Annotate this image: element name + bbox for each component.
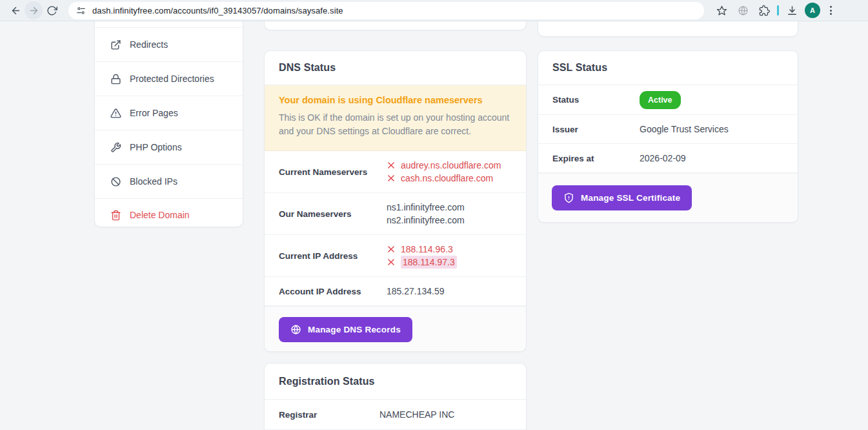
x-mark-icon [387,174,396,183]
current-ip-value: 188.114.96.3 188.114.97.3 [387,243,457,269]
manage-ssl-certificate-button[interactable]: Manage SSL Certificate [552,185,692,210]
browser-menu-icon[interactable] [825,3,837,17]
ssl-card-header: SSL Status [538,51,798,85]
ssl-status-card: SSL Status Status Active Issuer Google T… [538,50,798,223]
account-ip-value: 185.27.134.59 [387,285,445,298]
current-nameservers-value: audrey.ns.cloudflare.com cash.ns.cloudfl… [387,159,501,185]
ip-value-highlighted: 188.114.97.3 [401,256,457,269]
bookmark-star-icon[interactable] [713,2,730,19]
dns-warning-title: Your domain is using Cloudflare nameserv… [279,95,510,105]
ssl-card-footer: Manage SSL Certificate [538,173,798,222]
row-label: Current Nameservers [279,167,367,177]
current-ip-row: Current IP Address 188.114.96.3 188.114.… [265,235,526,277]
row-label: Status [552,95,579,105]
sidebar-item-redirects[interactable]: Redirects [95,28,243,62]
sidebar-item-label: Error Pages [130,108,178,118]
domain-sidebar: Redirects Protected Directories Error Pa… [94,21,243,227]
globe-icon [290,324,301,335]
trash-icon [110,210,121,221]
sidebar-item-label: Redirects [130,39,168,50]
warning-triangle-icon [110,108,121,119]
registrar-row: Registrar NAMECHEAP INC [265,400,526,430]
our-nameservers-row: Our Nameservers ns1.infinityfree.com ns2… [265,193,526,235]
nameserver-value: ns2.infinityfree.com [387,214,465,227]
sidebar-item-blocked-ips[interactable]: Blocked IPs [95,165,243,199]
partial-card-right [538,21,798,37]
status-badge: Active [640,91,681,109]
globe-extension-icon[interactable] [734,2,751,19]
button-label: Manage SSL Certificate [581,193,680,203]
caret-indicator [777,5,779,15]
sidebar-item-label: PHP Options [130,142,182,152]
external-link-icon [110,39,121,50]
x-mark-icon [387,258,396,267]
browser-reload-button[interactable] [43,1,61,19]
shield-icon [563,192,574,203]
row-label: Our Nameservers [279,209,352,219]
sidebar-clipped-row [95,21,243,28]
profile-avatar[interactable]: A [805,3,820,18]
registration-card-title: Registration Status [279,376,375,387]
dns-card-header: DNS Status [265,51,526,85]
sidebar-item-label: Blocked IPs [130,176,177,187]
registrar-value: NAMECHEAP INC [379,408,454,421]
x-mark-icon [387,245,396,254]
partial-card-left [264,21,527,30]
current-nameservers-row: Current Nameservers audrey.ns.cloudflare… [265,151,526,193]
ssl-issuer-value: Google Trust Services [640,123,729,136]
lock-icon [110,74,121,85]
sidebar-item-delete-domain[interactable]: Delete Domain [95,199,243,227]
browser-forward-button[interactable] [25,1,43,19]
sidebar-item-error-pages[interactable]: Error Pages [95,96,243,130]
dns-warning-alert: Your domain is using Cloudflare nameserv… [265,85,526,151]
dns-warning-body: This is OK if the domain is set up on yo… [279,111,510,138]
x-mark-icon [387,161,396,170]
page-content: Redirects Protected Directories Error Pa… [0,21,868,430]
manage-dns-records-button[interactable]: Manage DNS Records [279,317,412,342]
ssl-issuer-row: Issuer Google Trust Services [538,115,798,144]
dns-status-card: DNS Status Your domain is using Cloudfla… [264,50,527,352]
row-label: Issuer [552,125,578,134]
site-settings-icon[interactable] [76,6,86,15]
button-label: Manage DNS Records [308,325,401,334]
nameserver-value: cash.ns.cloudflare.com [401,172,493,185]
dns-card-footer: Manage DNS Records [265,306,526,351]
row-label: Account IP Address [279,287,361,296]
row-label: Expires at [552,154,594,163]
sidebar-item-label: Protected Directories [130,74,214,84]
sidebar-item-php-options[interactable]: PHP Options [95,130,243,165]
extensions-puzzle-icon[interactable] [756,2,772,19]
downloads-icon[interactable] [783,2,800,19]
row-label: Registrar [279,410,317,420]
ip-value: 188.114.96.3 [401,243,453,256]
blocked-circle-icon [110,176,121,187]
sidebar-item-protected-directories[interactable]: Protected Directories [95,62,243,96]
nameserver-value: audrey.ns.cloudflare.com [401,159,501,172]
browser-toolbar: dash.infinityfree.com/accounts/if0_39143… [0,0,868,21]
ssl-card-title: SSL Status [552,62,607,74]
our-nameservers-value: ns1.infinityfree.com ns2.infinityfree.co… [387,201,465,227]
url-text[interactable]: dash.infinityfree.com/accounts/if0_39143… [92,6,343,15]
ssl-status-row: Status Active [538,85,798,115]
wrench-icon [110,142,121,153]
registration-status-card: Registration Status Registrar NAMECHEAP … [264,363,527,430]
browser-back-button[interactable] [6,1,25,19]
dns-card-title: DNS Status [279,62,336,74]
nameserver-value: ns1.infinityfree.com [387,201,465,214]
ssl-status-value: Active [640,91,681,109]
sidebar-item-label: Delete Domain [130,210,190,220]
ssl-expires-row: Expires at 2026-02-09 [538,144,798,173]
address-bar[interactable]: dash.infinityfree.com/accounts/if0_39143… [68,2,704,19]
account-ip-row: Account IP Address 185.27.134.59 [265,277,526,306]
registration-card-header: Registration Status [265,363,526,400]
row-label: Current IP Address [279,251,358,261]
ssl-expires-value: 2026-02-09 [640,152,686,165]
